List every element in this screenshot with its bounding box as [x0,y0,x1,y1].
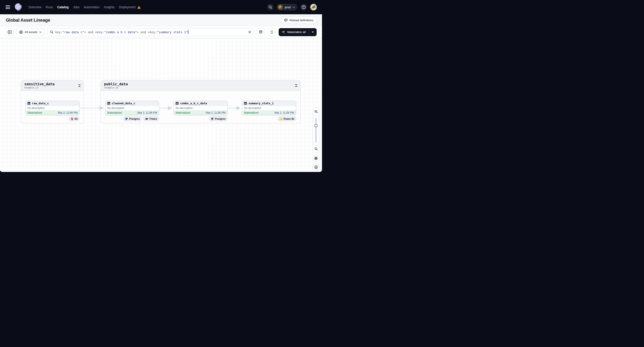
asset-description: No description [242,106,296,110]
zoom-in-button[interactable] [313,108,319,116]
asset-scope-label: All assets [24,30,38,34]
question-icon [302,5,306,9]
power-bi-icon [280,117,282,120]
asset-node-raw-data-c[interactable]: raw_data_c No description Materialized M… [26,101,80,115]
search-icon [268,5,272,9]
caret-down-icon [312,31,314,33]
reload-definitions-label: Reload definitions [290,18,314,22]
asset-kind-badges: Postgres [174,116,228,121]
zoom-slider-handle[interactable] [314,124,318,127]
zoom-slider[interactable] [313,116,319,145]
materialize-options-button[interactable] [309,28,317,36]
globe-plus-icon [259,30,263,34]
deployment-initial-badge: P [278,4,283,10]
help-button[interactable] [300,4,307,10]
chevron-down-icon [292,6,295,8]
magnifier-icon [50,30,54,34]
asset-description: No description [26,106,79,110]
zoom-out-icon [314,147,318,150]
kind-badge-label: S3 [75,117,78,120]
top-navbar: Overview Runs Catalog Jobs Automation In… [0,0,322,14]
kind-badge-label: Postgres [215,117,226,120]
deployment-switcher[interactable]: P prod [277,4,297,10]
polars-bear-icon [145,118,148,120]
refresh-icon [270,30,274,34]
nav-item-insights[interactable]: Insights [104,5,115,9]
materialized-timestamp: Mar 2, 11:56 PM [138,111,157,114]
asset-node-cleaned-data-c[interactable]: cleaned_data_c No description Materializ… [105,101,159,115]
kind-badge-label: Power BI [284,117,294,120]
menu-icon[interactable] [5,4,11,10]
deployment-name: prod [285,5,291,9]
gear-icon [314,157,318,160]
asset-name: combo_a_b_c_data [180,102,207,105]
materialized-timestamp: Mar 2, 11:56 PM [206,111,226,114]
reload-definitions-button[interactable]: Reload definitions [281,16,317,24]
asset-selection-query: key:"raw_data_c"+ and +key:"combo_a_b_c_… [55,30,247,34]
status-badge: Materialized [244,111,258,114]
status-badge: Materialized [107,111,122,114]
reload-cube-icon [284,18,288,22]
kind-badge-polars[interactable]: Polars [143,116,159,121]
kind-badge-label: Postgres [129,117,140,120]
nav-item-overview[interactable]: Overview [28,5,41,9]
kind-badge-power-bi[interactable]: Power BI [278,116,296,121]
asset-node-combo-a-b-c-data[interactable]: combo_a_b_c_data No description Material… [174,101,228,115]
asset-kind-badges: Power BI [242,116,296,121]
kind-badge-postgres[interactable]: Postgres [209,116,228,121]
graph-settings-button[interactable] [313,155,319,161]
materialized-timestamp: Mar 2, 11:56 PM [274,111,294,114]
user-avatar[interactable] [310,4,317,10]
view-full-graph-button[interactable] [257,28,265,36]
asset-node-summary-stats-1[interactable]: summary_stats_1 No description Materiali… [242,101,296,115]
asset-name: raw_data_c [32,102,49,105]
materialize-all-label: Materialize all [287,30,306,34]
search-button[interactable] [267,4,274,10]
nav-item-deployment[interactable]: Deployment [119,5,136,9]
page-header: Global Asset Lineage Reload definitions [0,14,322,26]
nav-item-catalog[interactable]: Catalog [57,5,68,9]
nav-item-jobs[interactable]: Jobs [73,5,80,9]
download-graph-button[interactable] [313,164,319,170]
postgres-icon [125,117,128,120]
dagster-logo-icon[interactable] [14,3,23,11]
lineage-toolbar: All assets key:"raw_data_c"+ and +key:"c… [0,26,322,38]
primary-nav: Overview Runs Catalog Jobs Automation In… [28,5,141,9]
asset-description: No description [106,106,159,110]
lineage-canvas[interactable]: sensitive_data example_co public_data ex… [0,38,322,172]
chevron-down-icon [39,31,42,33]
materialize-all-button[interactable]: Materialize all [279,28,309,36]
asset-status-row: Materialized Mar 2, 11:56 PM [174,110,227,115]
asset-description: No description [174,106,227,110]
zoom-controls [313,107,319,153]
sparkle-icon [282,30,285,34]
kind-badge-s3[interactable]: S3 [68,116,80,121]
asset-name: cleaned_data_c [112,102,135,105]
asset-kind-badges: S3 [26,116,80,121]
clear-query-icon[interactable] [248,30,251,33]
postgres-icon [211,117,214,120]
kind-badge-postgres[interactable]: Postgres [123,116,142,121]
refresh-button[interactable] [268,28,276,36]
materialized-timestamp: Mar 2, 11:56 PM [58,111,78,114]
asset-status-row: Materialized Mar 2, 11:56 PM [26,110,79,115]
asset-filter-input[interactable]: key:"raw_data_c"+ and +key:"combo_a_b_c_… [47,28,254,36]
panel-expand-icon [8,30,12,34]
zoom-slider-track[interactable] [316,118,317,142]
warning-icon [137,5,141,9]
zoom-out-button[interactable] [313,145,319,153]
s3-bucket-icon [70,117,74,120]
nav-item-runs[interactable]: Runs [46,5,53,9]
download-icon [314,165,318,169]
asset-status-row: Materialized Mar 2, 11:56 PM [242,110,296,115]
table-icon [244,102,247,105]
status-badge: Materialized [176,111,190,114]
kind-badge-label: Polars [150,117,157,120]
status-badge: Materialized [28,111,42,114]
text-cursor [188,30,188,34]
table-icon [28,102,30,105]
asset-status-row: Materialized Mar 2, 11:56 PM [106,110,159,115]
asset-scope-dropdown[interactable]: All assets [16,28,44,36]
nav-item-automation[interactable]: Automation [84,5,100,9]
open-left-panel-button[interactable] [6,28,14,36]
